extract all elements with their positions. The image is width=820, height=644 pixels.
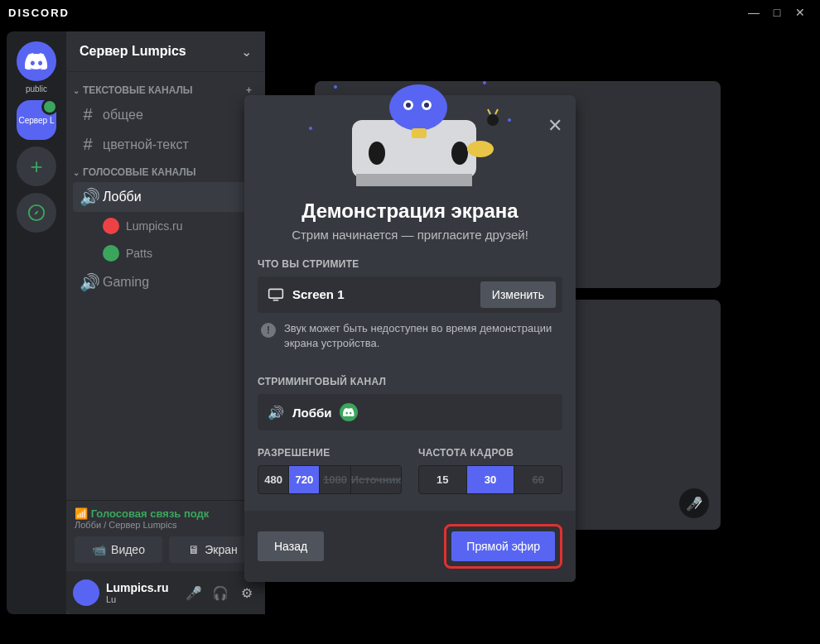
server-name: Сервер Lumpics: [80, 44, 186, 59]
close-button[interactable]: ✕: [789, 1, 812, 24]
go-live-button[interactable]: Прямой эфир: [451, 531, 555, 561]
video-button[interactable]: 📹Видео: [75, 536, 162, 563]
server-item[interactable]: Сервер L: [17, 100, 56, 140]
text-channels-category[interactable]: ⌄ТЕКСТОВЫЕ КАНАЛЫ +: [66, 78, 265, 99]
voice-status: 📶 Голосовая связь подк Лобби / Сервер Lu…: [66, 500, 265, 536]
explore-button[interactable]: [17, 193, 56, 233]
modal-footer: Назад Прямой эфир: [244, 511, 576, 582]
svg-rect-12: [412, 128, 427, 138]
audio-warning: ! Звук может быть недоступен во время де…: [258, 313, 562, 359]
discord-icon: [25, 53, 48, 70]
muted-icon: 🎤̷: [679, 488, 709, 518]
camera-icon: 📹: [92, 543, 106, 556]
text-channel[interactable]: #общее: [73, 100, 258, 129]
home-server[interactable]: [17, 41, 56, 81]
compass-icon: [27, 204, 46, 222]
home-label: public: [26, 84, 47, 94]
resolution-option-480[interactable]: 480: [258, 466, 289, 493]
modal-subtitle: Стрим начинается — пригласите друзей!: [258, 228, 562, 242]
mute-icon[interactable]: 🎤: [182, 581, 205, 604]
stream-source-row: Screen 1 Изменить: [258, 276, 562, 313]
go-live-highlight: Прямой эфир: [444, 524, 562, 569]
voice-channel-lobby[interactable]: 🔊Лобби: [73, 182, 258, 212]
section-label-channel: СТРИМИНГОВЫЙ КАНАЛ: [258, 376, 562, 387]
app-logo: DISCORD: [8, 7, 70, 19]
avatar: [103, 245, 119, 262]
titlebar: DISCORD — □ ✕: [0, 0, 820, 25]
modal-title: Демонстрация экрана: [258, 199, 562, 223]
svg-rect-6: [356, 174, 472, 186]
settings-icon[interactable]: ⚙: [235, 581, 258, 604]
stream-source-name: Screen 1: [292, 287, 472, 301]
fps-option-15[interactable]: 15: [419, 466, 467, 493]
resolution-segment: 4807201080Источник: [258, 465, 402, 494]
voice-member[interactable]: Lumpics.ru: [73, 213, 258, 239]
back-button[interactable]: Назад: [258, 531, 324, 561]
svg-point-4: [309, 127, 312, 130]
resolution-option-Источник: Источник: [351, 466, 401, 493]
info-icon: !: [261, 323, 276, 338]
speaker-icon: 🔊: [80, 187, 96, 207]
chevron-down-icon: ⌄: [241, 44, 252, 60]
section-label-resolution: РАЗРЕШЕНИЕ: [258, 447, 402, 459]
svg-point-1: [334, 85, 337, 89]
user-info[interactable]: Lumpics.ru Lu: [106, 581, 176, 604]
speaker-icon: 🔊: [80, 272, 96, 292]
channel-sidebar: Сервер Lumpics ⌄ ⌄ТЕКСТОВЫЕ КАНАЛЫ + #об…: [66, 31, 265, 614]
server-header[interactable]: Сервер Lumpics ⌄: [66, 31, 265, 71]
voice-member[interactable]: Patts: [73, 240, 258, 267]
user-panel: Lumpics.ru Lu 🎤 🎧 ⚙: [66, 571, 265, 614]
svg-point-2: [483, 81, 486, 84]
svg-point-13: [369, 142, 385, 165]
change-source-button[interactable]: Изменить: [480, 281, 556, 308]
discord-badge-icon: [340, 403, 358, 421]
fps-segment: 153060: [418, 465, 562, 494]
section-label-stream: ЧТО ВЫ СТРИМИТЕ: [258, 258, 562, 270]
resolution-option-1080: 1080: [320, 466, 350, 493]
minimize-button[interactable]: —: [742, 1, 765, 24]
hash-icon: #: [80, 135, 96, 154]
modal-hero: [244, 95, 576, 186]
maximize-button[interactable]: □: [765, 1, 789, 24]
fps-option-60: 60: [514, 466, 562, 493]
svg-point-3: [508, 118, 511, 122]
voice-channels-category[interactable]: ⌄ГОЛОСОВЫЕ КАНАЛЫ +: [66, 160, 265, 181]
monitor-icon: [268, 287, 284, 302]
resolution-option-720[interactable]: 720: [289, 466, 320, 493]
hash-icon: #: [80, 105, 96, 124]
text-channel[interactable]: #цветной-текст: [73, 130, 258, 159]
svg-point-15: [467, 141, 494, 157]
screen-icon: 🖥: [188, 543, 200, 556]
avatar: [103, 218, 119, 234]
stream-channel-name: Лобби: [292, 406, 331, 420]
svg-point-11: [424, 103, 429, 108]
svg-rect-17: [269, 289, 283, 298]
speaker-icon: 🔊: [268, 405, 284, 421]
section-label-fps: ЧАСТОТА КАДРОВ: [418, 447, 562, 459]
user-avatar[interactable]: [73, 579, 99, 606]
screen-share-modal: ✕ Демонстрация экрана Стрим начинается —…: [244, 95, 576, 582]
svg-point-7: [389, 84, 447, 131]
fps-option-30[interactable]: 30: [467, 466, 515, 493]
svg-point-16: [487, 114, 499, 126]
stream-channel-select[interactable]: 🔊 Лобби: [258, 394, 562, 430]
server-rail: public Сервер L +: [7, 31, 66, 614]
svg-point-14: [451, 142, 468, 165]
deafen-icon[interactable]: 🎧: [209, 581, 232, 604]
voice-channel-gaming[interactable]: 🔊Gaming: [73, 267, 258, 297]
hero-illustration: [294, 70, 526, 186]
add-server-button[interactable]: +: [17, 147, 56, 186]
svg-point-10: [406, 103, 411, 108]
